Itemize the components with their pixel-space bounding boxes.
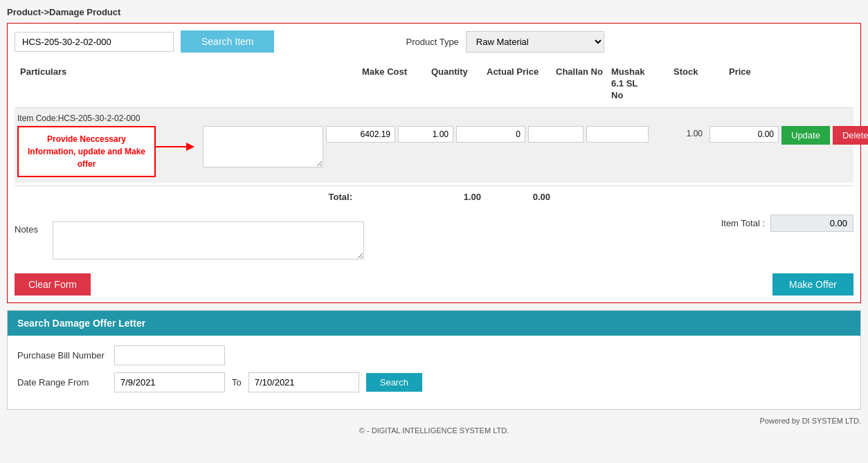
mushak-sl-input[interactable] — [586, 126, 649, 143]
bottom-buttons: Clear Form Make Offer — [15, 273, 853, 296]
footer-copyright: © - DIGITAL INTELLIGENCE SYSTEM LTD. — [7, 426, 861, 435]
purchase-bill-label: Purchase Bill Number — [17, 350, 107, 361]
total-label: Total: — [17, 190, 359, 203]
breadcrumb: Product->Damage Product — [7, 7, 861, 17]
item-total-label: Item Total : — [721, 218, 765, 228]
product-type-label: Product Type — [406, 37, 458, 47]
col-mushak: Mushak6.1 SLNo — [608, 65, 671, 103]
item-total-section: Item Total : — [721, 215, 853, 232]
make-offer-button[interactable]: Make Offer — [772, 273, 853, 296]
date-to-label: To — [232, 377, 242, 388]
delete-button[interactable]: Delete — [833, 126, 868, 145]
search-damage-section: Search Damage Offer Letter Purchase Bill… — [7, 310, 861, 410]
item-row-container: Item Code:HCS-205-30-2-02-000 Provide Ne… — [15, 108, 853, 183]
notes-section: Notes — [15, 221, 364, 260]
actual-price-input[interactable] — [456, 126, 525, 143]
challan-no-input[interactable] — [528, 126, 584, 143]
update-button[interactable]: Update — [781, 126, 830, 145]
total-row: Total: 1.00 0.00 — [15, 185, 853, 208]
search-section-body: Purchase Bill Number Date Range From To … — [8, 336, 860, 409]
purchase-bill-row: Purchase Bill Number — [17, 345, 851, 365]
actual-price-total: 0.00 — [484, 190, 553, 203]
search-button[interactable]: Search — [366, 373, 422, 392]
date-range-label: Date Range From — [17, 377, 107, 388]
item-total-input — [770, 215, 853, 232]
particulars-textarea[interactable] — [203, 126, 323, 167]
notes-label: Notes — [15, 224, 46, 235]
notes-textarea[interactable] — [53, 221, 364, 260]
price-input[interactable] — [709, 126, 779, 143]
col-particulars: Particulars — [17, 65, 359, 103]
date-to-input[interactable] — [248, 372, 359, 392]
annotation-tooltip: Provide Neccessary Information, update a… — [17, 126, 156, 177]
table-header: Particulars Make Cost Quantity Actual Pr… — [15, 61, 853, 108]
col-quantity: Quantity — [428, 65, 484, 103]
quantity-input[interactable] — [398, 126, 453, 143]
clear-form-button[interactable]: Clear Form — [15, 273, 91, 296]
footer-powered: Powered by DI SYSTEM LTD. — [7, 417, 861, 425]
search-item-button[interactable]: Search Item — [181, 30, 274, 53]
quantity-total: 1.00 — [428, 190, 484, 203]
item-code-label: Item Code:HCS-205-30-2-02-000 — [17, 114, 851, 123]
main-section: Search Item Product Type Raw Material Fi… — [7, 23, 861, 303]
col-challan-no: Challan No — [553, 65, 608, 103]
make-cost-input[interactable] — [326, 126, 395, 143]
stock-value: 1.00 — [651, 126, 707, 141]
date-range-row: Date Range From To Search — [17, 372, 851, 392]
arrow-right — [156, 133, 197, 161]
product-type-select[interactable]: Raw Material Finished Good Semi-Finished — [466, 31, 604, 53]
top-row: Search Item Product Type Raw Material Fi… — [15, 30, 853, 53]
col-actual-price: Actual Price — [484, 65, 553, 103]
item-search-input[interactable] — [15, 32, 174, 52]
search-section-header: Search Damage Offer Letter — [8, 311, 860, 336]
col-stock: Stock — [671, 65, 726, 103]
date-from-input[interactable] — [114, 372, 225, 392]
col-make-cost: Make Cost — [359, 65, 428, 103]
purchase-bill-input[interactable] — [114, 345, 225, 365]
col-price: Price — [726, 65, 795, 103]
